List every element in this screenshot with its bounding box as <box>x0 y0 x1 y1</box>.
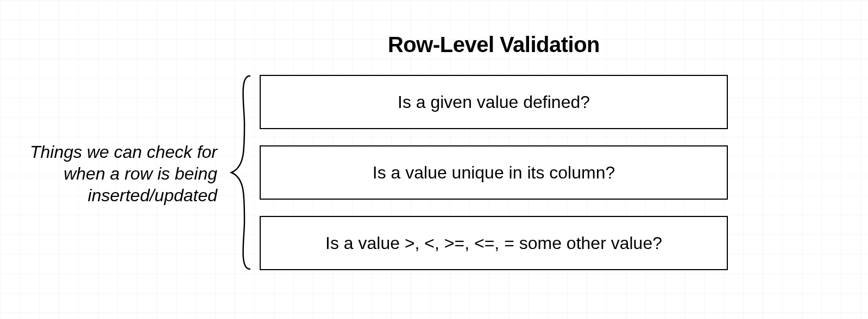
validation-box-defined: Is a given value defined? <box>260 75 728 129</box>
curly-brace-icon <box>228 75 254 270</box>
validation-box-list: Is a given value defined? Is a value uni… <box>260 75 728 270</box>
diagram-title: Row-Level Validation <box>260 33 728 57</box>
validation-box-unique: Is a value unique in its column? <box>260 145 728 200</box>
validation-box-compare: Is a value >, <, >=, <=, = some other va… <box>260 216 728 270</box>
side-caption: Things we can check for when a row is be… <box>0 141 217 206</box>
diagram-canvas: Row-Level Validation Things we can check… <box>0 0 868 319</box>
